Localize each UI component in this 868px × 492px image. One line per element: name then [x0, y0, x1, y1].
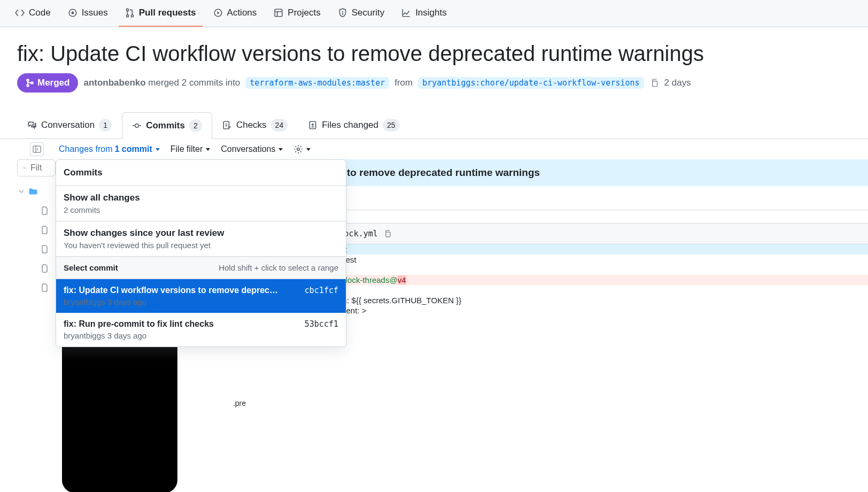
- chevron-down-icon: [17, 187, 26, 196]
- file-filter-dropdown[interactable]: File filter: [170, 144, 210, 154]
- code-icon: [15, 8, 25, 18]
- pr-title: fix: Update CI workflow versions to remo…: [17, 40, 851, 67]
- svg-rect-18: [386, 232, 390, 237]
- svg-point-4: [131, 15, 133, 17]
- pr-subtabs: Conversation 1 Commits 2 Checks 24 Files…: [0, 112, 868, 139]
- tab-conversation[interactable]: Conversation 1: [17, 112, 122, 139]
- nav-issues-label: Issues: [82, 7, 108, 18]
- tab-commits-label: Commits: [146, 120, 185, 131]
- nav-pulls[interactable]: Pull requests: [119, 0, 203, 27]
- nav-projects[interactable]: Projects: [267, 0, 327, 27]
- shield-icon: [338, 8, 347, 18]
- commit-row-title: fix: Update CI workflow versions to remo…: [64, 286, 278, 295]
- comment-discussion-icon: [27, 120, 37, 130]
- file-diff-icon: [308, 120, 317, 130]
- repo-nav: Code Issues Pull requests Actions Projec…: [0, 0, 868, 27]
- base-branch[interactable]: terraform-aws-modules:master: [245, 77, 389, 89]
- svg-point-7: [342, 14, 343, 14]
- tree-file-label: .pre: [233, 399, 246, 408]
- nav-pulls-label: Pull requests: [139, 7, 196, 18]
- toggle-file-tree-button[interactable]: [30, 142, 44, 156]
- state-badge-label: Merged: [37, 78, 69, 88]
- diff-settings-dropdown[interactable]: [293, 144, 311, 154]
- show-all-changes-item[interactable]: Show all changes 2 commits: [56, 186, 346, 221]
- conversations-dropdown[interactable]: Conversations: [221, 144, 283, 154]
- nav-actions-label: Actions: [227, 7, 257, 18]
- file-icon: [41, 283, 49, 292]
- caret-down-icon: [156, 148, 160, 151]
- nav-issues[interactable]: Issues: [61, 0, 114, 27]
- tab-checks[interactable]: Checks 24: [212, 112, 298, 139]
- search-icon: [23, 164, 26, 172]
- table-icon: [274, 8, 283, 18]
- svg-point-3: [126, 15, 128, 17]
- changes-from-dropdown[interactable]: Changes from 1 commit: [59, 144, 160, 154]
- caret-down-icon: [306, 148, 311, 151]
- tab-checks-count: 24: [271, 119, 288, 132]
- select-commit-section: Select commit Hold shift + click to sele…: [56, 257, 346, 279]
- tab-files[interactable]: Files changed 25: [298, 112, 409, 139]
- tab-commits[interactable]: Commits 2: [122, 112, 212, 139]
- since-last-review-item[interactable]: Show changes since your last review You …: [56, 221, 346, 257]
- file-filter-input-wrap[interactable]: [17, 159, 56, 176]
- file-icon: [41, 245, 49, 253]
- nav-code[interactable]: Code: [9, 0, 57, 27]
- commit-row-title: fix: Run pre-commit to fix lint checks: [64, 319, 214, 329]
- commit-row-sha: 53bccf1: [305, 319, 338, 340]
- show-all-title: Show all changes: [64, 193, 338, 203]
- issue-icon: [68, 8, 78, 18]
- svg-point-9: [27, 84, 29, 87]
- commit-row-sub: bryantbiggs 3 days ago: [64, 331, 214, 340]
- nav-security[interactable]: Security: [331, 0, 391, 27]
- copy-icon[interactable]: [649, 78, 659, 88]
- file-filter-input[interactable]: [30, 163, 50, 173]
- commit-row[interactable]: fix: Run pre-commit to fix lint checks b…: [56, 313, 346, 347]
- svg-rect-6: [275, 9, 283, 17]
- svg-rect-11: [652, 81, 657, 87]
- select-commit-hint: Hold shift + click to select a range: [219, 263, 338, 272]
- nav-projects-label: Projects: [288, 7, 320, 18]
- git-pull-request-icon: [125, 8, 135, 18]
- pr-meta: Merged antonbabenko merged 2 commits int…: [17, 73, 851, 93]
- commit-row[interactable]: fix: Update CI workflow versions to remo…: [56, 279, 346, 313]
- diff-main: Commits Show all changes 2 commits Show …: [0, 159, 868, 492]
- file-icon: [41, 226, 49, 234]
- tab-conversation-count: 1: [99, 119, 112, 132]
- svg-point-1: [72, 12, 73, 13]
- commit-row-sub: bryantbiggs 3 days ago: [64, 297, 278, 306]
- since-review-title: Show changes since your last review: [64, 228, 338, 239]
- graph-icon: [401, 8, 411, 18]
- head-branch[interactable]: bryantbiggs:chore/update-ci-workflow-ver…: [418, 77, 644, 89]
- nav-code-label: Code: [29, 7, 51, 18]
- svg-point-8: [27, 79, 29, 81]
- merge-description: antonbabenko merged 2 commits into: [83, 78, 240, 88]
- sidebar-collapse-icon: [33, 145, 41, 153]
- checklist-icon: [222, 120, 232, 130]
- popover-header: Commits: [56, 160, 346, 186]
- svg-point-2: [126, 9, 128, 11]
- svg-point-12: [135, 124, 139, 127]
- diff-toolbar: Changes from 1 commit File filter Conver…: [0, 139, 868, 159]
- folder-icon: [29, 187, 37, 196]
- tab-commits-count: 2: [189, 119, 202, 132]
- nav-actions[interactable]: Actions: [207, 0, 264, 27]
- tab-conversation-label: Conversation: [41, 120, 95, 130]
- merger-name[interactable]: antonbabenko: [83, 78, 145, 88]
- from-text: from: [394, 78, 413, 88]
- nav-security-label: Security: [352, 7, 384, 18]
- nav-insights[interactable]: Insights: [395, 0, 453, 27]
- file-icon: [41, 206, 49, 215]
- since-review-sub: You haven't reviewed this pull request y…: [64, 241, 338, 250]
- select-commit-label: Select commit: [64, 263, 118, 272]
- state-badge-merged: Merged: [17, 73, 78, 93]
- copy-icon[interactable]: [383, 229, 392, 238]
- tab-files-label: Files changed: [322, 120, 378, 130]
- svg-point-16: [297, 148, 300, 151]
- play-icon: [213, 8, 223, 18]
- tab-files-count: 25: [383, 119, 400, 132]
- commits-popover: Commits Show all changes 2 commits Show …: [56, 159, 346, 347]
- pr-age: 2 days: [664, 78, 691, 88]
- show-all-sub: 2 commits: [64, 205, 338, 214]
- gear-icon: [293, 144, 303, 154]
- svg-point-17: [24, 167, 25, 168]
